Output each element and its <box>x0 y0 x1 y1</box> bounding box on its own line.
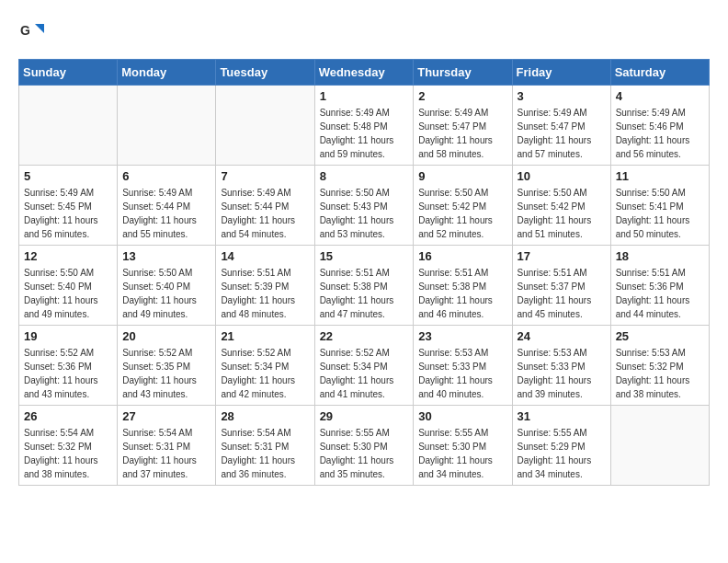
day-number: 22 <box>320 329 409 343</box>
day-number: 10 <box>518 169 606 183</box>
calendar-cell: 11Sunrise: 5:50 AM Sunset: 5:41 PM Dayli… <box>610 166 709 246</box>
day-info: Sunrise: 5:50 AM Sunset: 5:40 PM Dayligh… <box>122 266 210 321</box>
calendar-cell: 13Sunrise: 5:50 AM Sunset: 5:40 PM Dayli… <box>118 246 216 326</box>
day-info: Sunrise: 5:54 AM Sunset: 5:31 PM Dayligh… <box>122 426 210 481</box>
day-number: 25 <box>616 329 704 343</box>
calendar-cell: 23Sunrise: 5:53 AM Sunset: 5:33 PM Dayli… <box>414 326 512 406</box>
day-number: 17 <box>518 249 606 263</box>
day-number: 14 <box>221 249 309 263</box>
weekday-header: Monday <box>118 60 216 86</box>
day-info: Sunrise: 5:52 AM Sunset: 5:34 PM Dayligh… <box>221 346 309 401</box>
calendar-week-row: 19Sunrise: 5:52 AM Sunset: 5:36 PM Dayli… <box>19 326 710 406</box>
day-number: 6 <box>122 169 210 183</box>
weekday-header: Tuesday <box>216 60 314 86</box>
calendar-cell: 5Sunrise: 5:49 AM Sunset: 5:45 PM Daylig… <box>19 166 118 246</box>
day-number: 23 <box>418 329 506 343</box>
day-number: 15 <box>320 249 409 263</box>
day-number: 27 <box>122 409 210 423</box>
calendar-cell: 16Sunrise: 5:51 AM Sunset: 5:38 PM Dayli… <box>414 246 512 326</box>
day-info: Sunrise: 5:50 AM Sunset: 5:42 PM Dayligh… <box>418 186 506 241</box>
day-info: Sunrise: 5:49 AM Sunset: 5:44 PM Dayligh… <box>221 186 309 241</box>
day-info: Sunrise: 5:52 AM Sunset: 5:34 PM Dayligh… <box>320 346 409 401</box>
day-info: Sunrise: 5:49 AM Sunset: 5:44 PM Dayligh… <box>122 186 210 241</box>
calendar-cell <box>216 86 314 166</box>
calendar-cell: 31Sunrise: 5:55 AM Sunset: 5:29 PM Dayli… <box>512 406 610 486</box>
day-info: Sunrise: 5:50 AM Sunset: 5:40 PM Dayligh… <box>24 266 112 321</box>
calendar-cell: 25Sunrise: 5:53 AM Sunset: 5:32 PM Dayli… <box>610 326 709 406</box>
day-info: Sunrise: 5:55 AM Sunset: 5:29 PM Dayligh… <box>518 426 606 481</box>
day-info: Sunrise: 5:51 AM Sunset: 5:36 PM Dayligh… <box>616 266 704 321</box>
day-info: Sunrise: 5:49 AM Sunset: 5:48 PM Dayligh… <box>320 106 409 161</box>
day-number: 3 <box>518 89 606 103</box>
calendar-week-row: 1Sunrise: 5:49 AM Sunset: 5:48 PM Daylig… <box>19 86 710 166</box>
calendar-cell: 22Sunrise: 5:52 AM Sunset: 5:34 PM Dayli… <box>314 326 414 406</box>
calendar-cell: 10Sunrise: 5:50 AM Sunset: 5:42 PM Dayli… <box>512 166 610 246</box>
weekday-header: Wednesday <box>314 60 414 86</box>
day-info: Sunrise: 5:51 AM Sunset: 5:38 PM Dayligh… <box>418 266 506 321</box>
day-info: Sunrise: 5:52 AM Sunset: 5:35 PM Dayligh… <box>122 346 210 401</box>
day-number: 19 <box>24 329 112 343</box>
day-info: Sunrise: 5:49 AM Sunset: 5:47 PM Dayligh… <box>418 106 506 161</box>
calendar-cell: 15Sunrise: 5:51 AM Sunset: 5:38 PM Dayli… <box>314 246 414 326</box>
day-number: 21 <box>221 329 309 343</box>
day-number: 29 <box>320 409 409 423</box>
calendar-cell <box>118 86 216 166</box>
logo: G <box>18 18 48 44</box>
day-info: Sunrise: 5:49 AM Sunset: 5:47 PM Dayligh… <box>518 106 606 161</box>
calendar-cell <box>19 86 118 166</box>
day-info: Sunrise: 5:50 AM Sunset: 5:42 PM Dayligh… <box>518 186 606 241</box>
weekday-header: Sunday <box>19 60 118 86</box>
day-number: 7 <box>221 169 309 183</box>
calendar-cell: 3Sunrise: 5:49 AM Sunset: 5:47 PM Daylig… <box>512 86 610 166</box>
day-info: Sunrise: 5:55 AM Sunset: 5:30 PM Dayligh… <box>320 426 409 481</box>
calendar-cell: 21Sunrise: 5:52 AM Sunset: 5:34 PM Dayli… <box>216 326 314 406</box>
calendar-cell: 12Sunrise: 5:50 AM Sunset: 5:40 PM Dayli… <box>19 246 118 326</box>
calendar-cell: 24Sunrise: 5:53 AM Sunset: 5:33 PM Dayli… <box>512 326 610 406</box>
day-info: Sunrise: 5:51 AM Sunset: 5:39 PM Dayligh… <box>221 266 309 321</box>
day-info: Sunrise: 5:51 AM Sunset: 5:38 PM Dayligh… <box>320 266 409 321</box>
day-info: Sunrise: 5:54 AM Sunset: 5:31 PM Dayligh… <box>221 426 309 481</box>
calendar-cell: 4Sunrise: 5:49 AM Sunset: 5:46 PM Daylig… <box>610 86 709 166</box>
day-info: Sunrise: 5:55 AM Sunset: 5:30 PM Dayligh… <box>418 426 506 481</box>
day-info: Sunrise: 5:50 AM Sunset: 5:41 PM Dayligh… <box>616 186 704 241</box>
day-number: 1 <box>320 89 409 103</box>
day-number: 5 <box>24 169 112 183</box>
day-info: Sunrise: 5:53 AM Sunset: 5:33 PM Dayligh… <box>418 346 506 401</box>
day-info: Sunrise: 5:49 AM Sunset: 5:46 PM Dayligh… <box>616 106 704 161</box>
calendar-cell: 30Sunrise: 5:55 AM Sunset: 5:30 PM Dayli… <box>414 406 512 486</box>
calendar-week-row: 26Sunrise: 5:54 AM Sunset: 5:32 PM Dayli… <box>19 406 710 486</box>
day-number: 8 <box>320 169 409 183</box>
calendar-cell: 20Sunrise: 5:52 AM Sunset: 5:35 PM Dayli… <box>118 326 216 406</box>
calendar-cell: 17Sunrise: 5:51 AM Sunset: 5:37 PM Dayli… <box>512 246 610 326</box>
day-number: 31 <box>518 409 606 423</box>
svg-text:G: G <box>20 23 30 38</box>
calendar-week-row: 5Sunrise: 5:49 AM Sunset: 5:45 PM Daylig… <box>19 166 710 246</box>
day-info: Sunrise: 5:50 AM Sunset: 5:43 PM Dayligh… <box>320 186 409 241</box>
day-number: 4 <box>616 89 704 103</box>
calendar-cell: 28Sunrise: 5:54 AM Sunset: 5:31 PM Dayli… <box>216 406 314 486</box>
calendar-cell: 27Sunrise: 5:54 AM Sunset: 5:31 PM Dayli… <box>118 406 216 486</box>
day-info: Sunrise: 5:54 AM Sunset: 5:32 PM Dayligh… <box>24 426 112 481</box>
calendar-cell: 8Sunrise: 5:50 AM Sunset: 5:43 PM Daylig… <box>314 166 414 246</box>
calendar-cell: 7Sunrise: 5:49 AM Sunset: 5:44 PM Daylig… <box>216 166 314 246</box>
day-number: 12 <box>24 249 112 263</box>
calendar-header-row: SundayMondayTuesdayWednesdayThursdayFrid… <box>19 60 710 86</box>
day-number: 16 <box>418 249 506 263</box>
day-info: Sunrise: 5:49 AM Sunset: 5:45 PM Dayligh… <box>24 186 112 241</box>
day-number: 9 <box>418 169 506 183</box>
svg-marker-1 <box>35 24 44 33</box>
day-number: 20 <box>122 329 210 343</box>
calendar-cell: 29Sunrise: 5:55 AM Sunset: 5:30 PM Dayli… <box>314 406 414 486</box>
calendar-cell: 6Sunrise: 5:49 AM Sunset: 5:44 PM Daylig… <box>118 166 216 246</box>
calendar-week-row: 12Sunrise: 5:50 AM Sunset: 5:40 PM Dayli… <box>19 246 710 326</box>
day-number: 18 <box>616 249 704 263</box>
page-header: G <box>18 18 710 44</box>
day-number: 11 <box>616 169 704 183</box>
calendar-cell: 18Sunrise: 5:51 AM Sunset: 5:36 PM Dayli… <box>610 246 709 326</box>
day-info: Sunrise: 5:52 AM Sunset: 5:36 PM Dayligh… <box>24 346 112 401</box>
logo-icon: G <box>18 18 44 44</box>
day-number: 26 <box>24 409 112 423</box>
day-info: Sunrise: 5:53 AM Sunset: 5:33 PM Dayligh… <box>518 346 606 401</box>
weekday-header: Friday <box>512 60 610 86</box>
day-info: Sunrise: 5:53 AM Sunset: 5:32 PM Dayligh… <box>616 346 704 401</box>
